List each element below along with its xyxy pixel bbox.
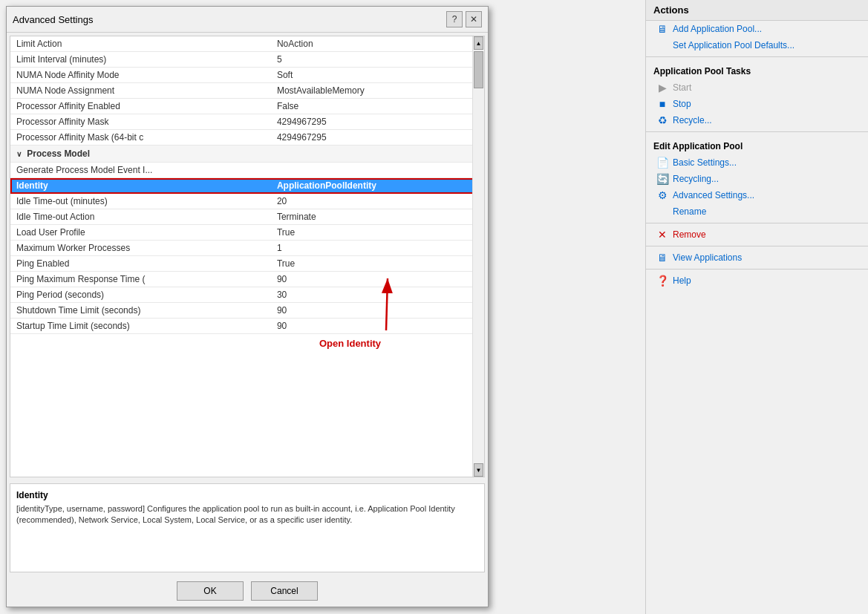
description-text: [identityType, username, password] Confi… — [16, 503, 478, 526]
table-row[interactable]: Ping Enabled True — [10, 256, 484, 272]
cancel-button[interactable]: Cancel — [251, 581, 318, 601]
table-row[interactable]: Shutdown Time Limit (seconds) 90 — [10, 303, 484, 319]
actions-panel: Actions 🖥 Add Application Pool... Set Ap… — [645, 0, 868, 614]
basic-settings-icon: 📄 — [656, 157, 668, 169]
ok-button[interactable]: OK — [177, 581, 244, 601]
remove-action[interactable]: ✕ Remove — [646, 226, 868, 243]
table-row[interactable]: Generate Process Model Event I... — [10, 163, 484, 178]
dialog-controls: ? ✕ — [446, 11, 482, 27]
setting-value: 90 — [271, 272, 484, 287]
app-pool-icon: 🖥 — [656, 23, 668, 35]
stop-icon: ■ — [656, 98, 668, 110]
divider-1 — [646, 56, 868, 57]
start-icon: ▶ — [656, 82, 668, 94]
setting-name: Idle Time-out Action — [10, 209, 271, 225]
recycle-icon: ♻ — [656, 114, 668, 126]
divider-2 — [646, 131, 868, 132]
help-action[interactable]: ❓ Help — [646, 272, 868, 289]
description-title: Identity — [16, 490, 478, 500]
scroll-down-arrow[interactable]: ▼ — [474, 463, 483, 477]
help-icon: ❓ — [656, 275, 668, 287]
actions-header: Actions — [646, 0, 868, 21]
table-wrapper: Limit Action NoAction Limit Interval (mi… — [10, 36, 484, 477]
setting-name: Processor Affinity Mask — [10, 114, 271, 130]
scrollbar-track[interactable]: ▲ ▼ — [472, 36, 484, 477]
setting-value: MostAvailableMemory — [271, 83, 484, 99]
section-header-row[interactable]: ∨ Process Model — [10, 146, 484, 163]
remove-icon: ✕ — [656, 229, 668, 241]
recycling-icon: 🔄 — [656, 173, 668, 185]
dialog-titlebar: Advanced Settings ? ✕ — [7, 7, 488, 33]
help-button[interactable]: ? — [446, 11, 463, 27]
setting-name: Idle Time-out (minutes) — [10, 194, 271, 209]
table-row[interactable]: Processor Affinity Mask 4294967295 — [10, 114, 484, 130]
advanced-icon: ⚙ — [656, 189, 668, 201]
table-row[interactable]: Startup Time Limit (seconds) 90 — [10, 319, 484, 334]
divider-4 — [646, 246, 868, 246]
setting-name: Processor Affinity Enabled — [10, 99, 271, 114]
setting-value: True — [271, 256, 484, 272]
settings-table-container: Limit Action NoAction Limit Interval (mi… — [10, 36, 485, 477]
setting-name: Limit Action — [10, 36, 271, 52]
setting-name: Shutdown Time Limit (seconds) — [10, 303, 271, 319]
rename-icon — [656, 206, 668, 218]
table-row[interactable]: Limit Action NoAction — [10, 36, 484, 52]
setting-value: Soft — [271, 68, 484, 83]
setting-name: Ping Enabled — [10, 256, 271, 272]
setting-value — [271, 163, 484, 178]
identity-setting-value: ApplicationPoolIdentity ... — [271, 178, 484, 194]
setting-name: Processor Affinity Mask (64-bit c — [10, 130, 271, 146]
rename-action[interactable]: Rename — [646, 203, 868, 220]
setting-name: Load User Profile — [10, 225, 271, 241]
setting-value: 4294967295 — [271, 130, 484, 146]
divider-5 — [646, 269, 868, 270]
dialog-footer: OK Cancel — [7, 575, 488, 607]
setting-value: 30 — [271, 287, 484, 303]
collapse-icon: ∨ — [16, 150, 22, 158]
setting-name: Startup Time Limit (seconds) — [10, 319, 271, 334]
settings-table: Limit Action NoAction Limit Interval (mi… — [10, 36, 484, 334]
setting-value: False — [271, 99, 484, 114]
table-row[interactable]: Limit Interval (minutes) 5 — [10, 52, 484, 68]
pool-tasks-title: Application Pool Tasks — [646, 60, 868, 79]
setting-name: NUMA Node Assignment — [10, 83, 271, 99]
setting-name: Ping Maximum Response Time ( — [10, 272, 271, 287]
set-app-pool-defaults-action[interactable]: Set Application Pool Defaults... — [646, 37, 868, 53]
table-row[interactable]: Processor Affinity Enabled False — [10, 99, 484, 114]
table-row[interactable]: Ping Period (seconds) 30 — [10, 287, 484, 303]
advanced-settings-action[interactable]: ⚙ Advanced Settings... — [646, 187, 868, 203]
setting-name: Ping Period (seconds) — [10, 287, 271, 303]
setting-value: NoAction — [271, 36, 484, 52]
description-panel: Identity [identityType, username, passwo… — [10, 483, 485, 572]
setting-value: Terminate — [271, 209, 484, 225]
table-row[interactable]: NUMA Node Assignment MostAvailableMemory — [10, 83, 484, 99]
section-title: ∨ Process Model — [10, 146, 484, 163]
dialog-title: Advanced Settings — [13, 14, 93, 25]
setting-value: 5 — [271, 52, 484, 68]
edit-pool-title: Edit Application Pool — [646, 135, 868, 154]
identity-row[interactable]: Identity ApplicationPoolIdentity ... — [10, 178, 484, 194]
defaults-icon — [656, 39, 668, 51]
scroll-up-arrow[interactable]: ▲ — [474, 36, 483, 50]
stop-action[interactable]: ■ Stop — [646, 96, 868, 112]
table-row[interactable]: NUMA Node Affinity Mode Soft — [10, 68, 484, 83]
table-row[interactable]: Load User Profile True — [10, 225, 484, 241]
advanced-settings-dialog: Advanced Settings ? ✕ Limit Action NoAct… — [6, 6, 489, 607]
setting-value: 90 — [271, 303, 484, 319]
setting-name: Maximum Worker Processes — [10, 241, 271, 256]
add-app-pool-action[interactable]: 🖥 Add Application Pool... — [646, 21, 868, 37]
scroll-thumb[interactable] — [474, 51, 483, 88]
table-row[interactable]: Idle Time-out Action Terminate — [10, 209, 484, 225]
start-action[interactable]: ▶ Start — [646, 79, 868, 96]
close-button[interactable]: ✕ — [466, 11, 482, 27]
table-row[interactable]: Maximum Worker Processes 1 — [10, 241, 484, 256]
basic-settings-action[interactable]: 📄 Basic Settings... — [646, 154, 868, 171]
recycling-action[interactable]: 🔄 Recycling... — [646, 171, 868, 187]
view-apps-action[interactable]: 🖥 View Applications — [646, 249, 868, 266]
table-row[interactable]: Idle Time-out (minutes) 20 — [10, 194, 484, 209]
table-row[interactable]: Ping Maximum Response Time ( 90 — [10, 272, 484, 287]
recycle-action[interactable]: ♻ Recycle... — [646, 112, 868, 128]
setting-value: 90 — [271, 319, 484, 334]
divider-3 — [646, 223, 868, 223]
table-row[interactable]: Processor Affinity Mask (64-bit c 429496… — [10, 130, 484, 146]
